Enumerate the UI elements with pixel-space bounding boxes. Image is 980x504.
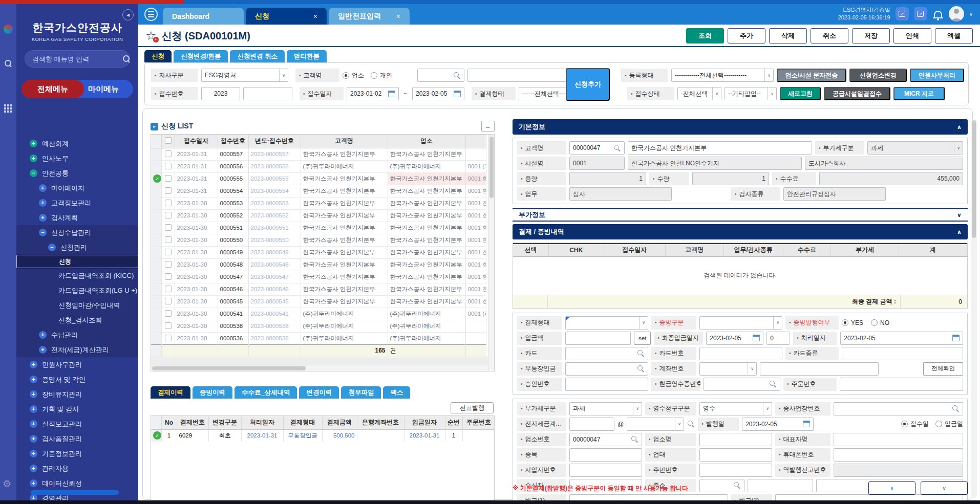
splitter-toggle-icon[interactable] (481, 121, 495, 132)
sidebar-menu-item[interactable]: 증명서 및 각인 (16, 372, 138, 387)
receipt-claim-select[interactable]: 영수 (699, 402, 772, 415)
etax-email-domain-select[interactable] (627, 418, 684, 431)
set-button[interactable]: set (634, 332, 651, 345)
search-icon[interactable] (637, 349, 645, 357)
radio-yes[interactable] (842, 319, 848, 326)
chevron-down-icon[interactable] (957, 212, 962, 218)
radio-business[interactable] (343, 72, 349, 79)
tree-toggle-icon[interactable] (48, 244, 56, 251)
sidebar-menu-item[interactable]: 전자(세금)계산관리 (16, 342, 138, 357)
extra-info-header[interactable]: 부가정보 (513, 208, 968, 222)
biz-reg-no-input[interactable] (569, 464, 642, 477)
sidebar-menu-item[interactable]: 데이터신뢰성 (16, 476, 138, 491)
sub-tab[interactable]: 신청변경 취소 (230, 50, 284, 62)
external-link-icon[interactable] (896, 7, 909, 20)
receipt-seq-input[interactable] (243, 87, 292, 100)
table-row[interactable]: 2023-01-31 0000557 2023-0000557 한국가스공사 인… (151, 148, 486, 160)
menu-search-input[interactable] (32, 55, 122, 63)
sidebar-menu-item[interactable]: 민원사무관리 (16, 357, 138, 372)
payment-evidence-header[interactable]: 결제 / 증빙내역 (513, 224, 968, 239)
action-button[interactable]: 엑셀 (935, 28, 973, 43)
chevron-up-icon[interactable] (957, 229, 962, 235)
document-tab[interactable]: 일반전표입력 × (329, 8, 410, 25)
mobile-input[interactable] (834, 448, 963, 462)
search-icon[interactable] (952, 405, 960, 412)
last-deposit-date-input[interactable]: 2023-02-05 (706, 332, 763, 345)
table-row[interactable]: 2023-01-31 0000555 2023-0000555 한국가스공사 인… (151, 172, 486, 185)
table-row[interactable]: 2023-01-31 0000554 2023-0000554 한국가스공사 인… (151, 185, 486, 197)
table-row[interactable]: 2023-01-30 0000546 2023-0000546 한국가스공사 인… (151, 283, 486, 295)
table-row[interactable]: 2023-01-30 0000551 2023-0000551 한국가스공사 인… (151, 222, 486, 234)
search-icon[interactable] (769, 380, 777, 388)
item-input[interactable] (569, 448, 642, 462)
resident-no-input[interactable] (699, 464, 772, 477)
radio-no[interactable] (871, 319, 878, 326)
action-button[interactable]: 추가 (728, 28, 765, 43)
biz-type-input[interactable] (699, 448, 772, 462)
row-checkbox[interactable] (165, 310, 172, 317)
table-row[interactable]: 2023-01-30 0000541 2023-0000541 (주)귀뚜라미에… (151, 308, 486, 320)
tree-toggle-icon[interactable] (30, 405, 37, 413)
reg-type-select[interactable]: ------------전체선택----------- (671, 69, 774, 82)
calendar-icon[interactable] (803, 421, 810, 427)
tree-toggle-icon[interactable] (39, 229, 47, 236)
date-to-input[interactable]: 2023-02-05 (412, 87, 464, 100)
favorite-star-icon[interactable] (145, 30, 157, 42)
history-tab[interactable]: 수수료_상세내역 (235, 386, 297, 399)
table-row[interactable]: 2023-01-30 0000549 2023-0000549 한국가스공사 인… (151, 246, 486, 258)
radio-receipt-date[interactable] (901, 421, 908, 427)
tree-toggle-icon[interactable] (30, 479, 37, 487)
table-row[interactable]: 2023-01-30 0000550 2023-0000550 한국가스공사 인… (151, 234, 486, 246)
sidebar-menu-item[interactable]: 기준정보관리 (16, 446, 138, 461)
branch-select[interactable]: ESG경영처 (201, 69, 288, 82)
tab-close-icon[interactable]: × (313, 12, 317, 20)
tree-toggle-icon[interactable] (30, 390, 37, 398)
sidebar-menu-item[interactable]: 신청_검사조회 (16, 313, 138, 327)
tree-toggle-icon[interactable] (30, 450, 37, 457)
hamburger-menu-icon[interactable] (144, 8, 158, 21)
tree-toggle-icon[interactable] (30, 420, 37, 428)
table-row[interactable]: 2023-01-30 0000552 2023-0000552 한국가스공사 인… (151, 209, 486, 222)
move-down-button[interactable] (921, 481, 968, 495)
history-tab[interactable]: 증빙이력 (193, 386, 232, 399)
deposit-amount-input[interactable] (565, 332, 631, 345)
action-button[interactable]: 저장 (852, 28, 890, 43)
bulk-receipt-button[interactable]: 공급시설일괄접수 (824, 87, 890, 100)
sidebar-menu-item[interactable]: 마이페이지 (16, 181, 138, 195)
issue-date-input[interactable]: 2023-02-05 (742, 418, 814, 431)
verify-all-button[interactable]: 전체확인 (923, 362, 963, 376)
search-icon[interactable] (637, 365, 645, 372)
menu-search-box[interactable] (25, 50, 130, 68)
sidebar-menu-item[interactable]: 예산회계 (16, 136, 138, 151)
tree-toggle-icon[interactable] (39, 331, 47, 339)
row-checkbox[interactable] (165, 212, 172, 218)
biz-no-input[interactable]: 00000047 (569, 433, 642, 446)
table-row[interactable]: 2023-01-31 0000556 2023-0000556 (주)귀뚜라미에… (151, 160, 486, 172)
tree-toggle-icon[interactable] (39, 346, 47, 354)
sidebar-menu-item[interactable]: 신청 (16, 255, 138, 268)
tree-toggle-icon[interactable] (30, 169, 37, 177)
row-checkbox[interactable] (165, 224, 172, 231)
action-button[interactable]: 삭제 (769, 28, 807, 43)
table-row[interactable]: 2023-01-30 0000548 2023-0000548 한국가스공사 인… (151, 258, 486, 271)
bank-select[interactable] (699, 362, 757, 376)
document-tab[interactable]: Dashboard × (163, 8, 244, 25)
sidebar-menu-item[interactable]: 카드입금내역조회 (KICC) (16, 268, 138, 283)
sidebar-menu-item[interactable]: 안전공통 (16, 166, 138, 181)
list-horizontal-scrollbar[interactable] (151, 365, 488, 371)
ceo-name-input[interactable] (834, 433, 963, 446)
list-vertical-scrollbar[interactable] (488, 135, 494, 371)
detail-vertical-scrollbar[interactable] (971, 119, 977, 498)
chevron-down-icon[interactable] (969, 11, 973, 17)
sidebar-menu-item[interactable]: 장비유지관리 (16, 387, 138, 402)
row-checkbox[interactable] (165, 261, 172, 268)
customer-name-input[interactable] (467, 69, 570, 82)
row-checkbox[interactable] (165, 200, 172, 206)
deposit-count-input[interactable]: 0 (766, 332, 790, 345)
sidebar-collapse-icon[interactable] (122, 9, 134, 20)
change-business-button[interactable]: 신청업소변경 (849, 69, 907, 82)
voucher-issue-button[interactable]: 전표발행 (451, 402, 494, 413)
customer-name-input[interactable]: 한국가스공사 인천기지본부 (628, 141, 812, 155)
history-tab[interactable]: 변경이력 (299, 386, 339, 399)
process-date-input[interactable]: 2023-02-05 (840, 332, 963, 345)
